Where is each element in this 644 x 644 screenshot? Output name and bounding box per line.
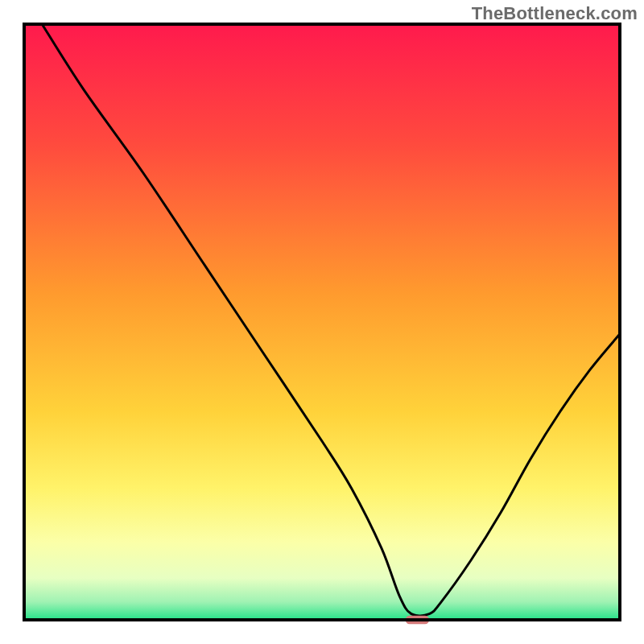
chart-container: TheBottleneck.com [0,0,644,644]
watermark-text: TheBottleneck.com [472,3,638,24]
bottleneck-chart [0,0,644,644]
gradient-background [24,24,620,620]
